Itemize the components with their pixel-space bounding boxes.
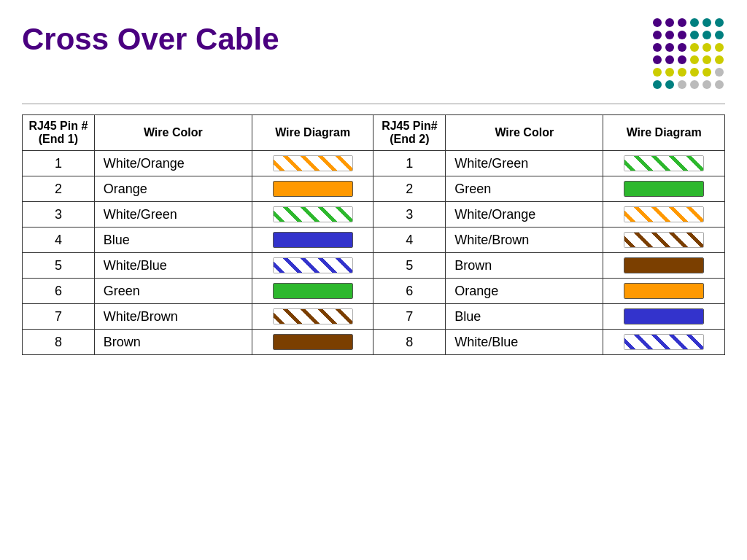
header: Cross Over Cable [22,15,725,90]
decoration-dot [653,31,662,39]
pin2-cell: 1 [374,151,446,176]
decoration-dot [703,43,711,52]
wire-diagram-bar [624,308,704,324]
wc1-cell: Orange [94,176,252,202]
decoration-dot [715,31,724,39]
pin2-cell: 4 [374,228,446,253]
col-header-wd2: Wire Diagram [603,115,725,151]
decoration-dot [678,43,686,52]
wd1-cell [252,279,374,304]
wd1-cell [252,228,374,253]
table-body: 1White/Orange1White/Green2Orange2Green3W… [23,151,725,355]
decoration-dot [715,55,724,64]
pin2-cell: 5 [374,253,446,279]
pin2-cell: 7 [374,304,446,330]
decoration-dot [665,31,674,39]
pin1-cell: 2 [23,176,95,202]
table-row: 5White/Blue5Brown [23,253,725,279]
pin2-cell: 8 [374,330,446,355]
pin1-cell: 5 [23,253,95,279]
wd1-cell [252,176,374,202]
wd1-cell [252,202,374,228]
decoration-dot [715,43,724,52]
wc1-cell: White/Brown [94,304,252,330]
pin2-cell: 3 [374,202,446,228]
wire-diagram-bar [624,181,704,197]
wire-diagram-bar [273,283,353,299]
dots-decoration [653,18,725,90]
decoration-dot [665,80,674,89]
decoration-dot [665,55,674,64]
wc1-cell: Brown [94,330,252,355]
wire-diagram-bar [624,283,704,299]
wd2-cell [603,202,725,228]
pin1-cell: 6 [23,279,95,304]
wc1-cell: Blue [94,228,252,253]
wire-diagram-bar [273,181,353,197]
wc2-cell: White/Blue [446,330,603,355]
decoration-dot [715,18,724,27]
crossover-table: RJ45 Pin #(End 1) Wire Color Wire Diagra… [22,114,725,355]
wd2-cell [603,176,725,202]
decoration-dot [703,80,711,89]
decoration-dot [690,31,699,39]
col-header-wc2: Wire Color [446,115,603,151]
decoration-dot [678,68,686,77]
wire-diagram-bar [273,232,353,248]
table-row: 2Orange2Green [23,176,725,202]
wc2-cell: Blue [446,304,603,330]
wd1-cell [252,151,374,176]
wire-diagram-bar [624,232,704,248]
wd1-cell [252,330,374,355]
wc2-cell: Brown [446,253,603,279]
decoration-dot [653,80,662,89]
wc1-cell: Green [94,279,252,304]
decoration-dot [678,18,686,27]
decoration-dot [653,18,662,27]
decoration-dot [665,68,674,77]
pin1-cell: 8 [23,330,95,355]
decoration-dot [690,80,699,89]
wire-diagram-bar [273,206,353,222]
wire-diagram-bar [273,308,353,324]
col-header-wd1: Wire Diagram [252,115,374,151]
table-row: 3White/Green3White/Orange [23,202,725,228]
wire-diagram-bar [624,206,704,222]
col-header-pin2: RJ45 Pin# (End 2) [374,115,446,151]
wc2-cell: Orange [446,279,603,304]
decoration-dot [653,68,662,77]
wc2-cell: White/Brown [446,228,603,253]
header-divider [22,104,725,104]
table-row: 8Brown8White/Blue [23,330,725,355]
table-row: 7White/Brown7Blue [23,304,725,330]
wc2-cell: White/Orange [446,202,603,228]
pin1-cell: 3 [23,202,95,228]
table-row: 6Green6Orange [23,279,725,304]
decoration-dot [703,31,711,39]
wd2-cell [603,279,725,304]
wire-diagram-bar [273,155,353,171]
wd2-cell [603,253,725,279]
decoration-dot [678,55,686,64]
wc2-cell: Green [446,176,603,202]
wd2-cell [603,228,725,253]
col-header-wc1: Wire Color [94,115,252,151]
decoration-dot [703,55,711,64]
table-row: 4Blue4White/Brown [23,228,725,253]
decoration-dot [690,18,699,27]
page-title: Cross Over Cable [22,15,279,57]
wire-diagram-bar [273,334,353,350]
wd1-cell [252,253,374,279]
wire-diagram-bar [273,257,353,273]
wd2-cell [603,304,725,330]
decoration-dot [703,68,711,77]
wire-diagram-bar [624,155,704,171]
decoration-dot [678,80,686,89]
pin2-cell: 2 [374,176,446,202]
decoration-dot [665,43,674,52]
pin1-cell: 4 [23,228,95,253]
page-container: Cross Over Cable RJ45 Pin #(End 1) Wire … [0,0,747,560]
wc1-cell: White/Blue [94,253,252,279]
decoration-dot [690,55,699,64]
pin1-cell: 7 [23,304,95,330]
